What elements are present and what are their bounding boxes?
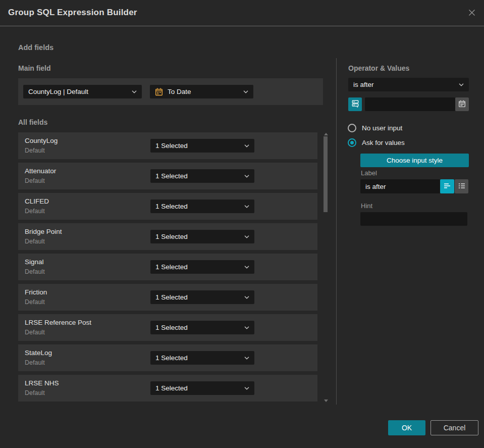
field-subtitle: Default [25, 177, 45, 184]
choose-input-style-button[interactable]: Choose input style [360, 154, 469, 167]
field-subtitle: Default [25, 298, 45, 306]
calendar-icon [155, 88, 163, 96]
field-selected-dropdown[interactable]: 1 Selected [150, 169, 254, 183]
main-field-container: CountyLog | Default To Date [18, 78, 323, 105]
field-row: Signal Default 1 Selected [18, 254, 317, 280]
field-subtitle: Default [25, 389, 45, 396]
operator-dropdown-value: is after [353, 81, 456, 88]
field-selected-value: 1 Selected [155, 354, 241, 362]
label-field-label: Label [361, 169, 377, 177]
field-subtitle: Default [25, 268, 45, 275]
date-field-dropdown[interactable]: To Date [150, 85, 253, 98]
radio-ask-for-values[interactable]: Ask for values [348, 138, 405, 147]
chevron-down-icon [244, 326, 249, 329]
field-selected-value: 1 Selected [155, 172, 241, 180]
chevron-down-icon [244, 235, 249, 238]
add-fields-heading: Add fields [18, 43, 53, 52]
chevron-down-icon [243, 90, 248, 93]
chevron-down-icon [244, 296, 249, 299]
field-selected-dropdown[interactable]: 1 Selected [150, 139, 254, 153]
hint-input[interactable] [360, 212, 467, 226]
align-left-icon [443, 182, 451, 191]
field-name: CountyLog [25, 137, 58, 144]
field-subtitle: Default [25, 147, 45, 154]
chevron-down-icon [132, 90, 137, 93]
field-selected-value: 1 Selected [155, 384, 241, 392]
scroll-down-icon[interactable] [324, 400, 328, 402]
panel-divider [336, 58, 337, 405]
field-name: LRSE Reference Post [25, 319, 91, 326]
label-input[interactable] [360, 179, 440, 193]
field-selected-value: 1 Selected [155, 203, 241, 210]
close-icon [467, 8, 477, 20]
chevron-down-icon [244, 205, 249, 208]
list-input-style-button[interactable] [455, 179, 468, 193]
field-name: Attenuator [25, 167, 56, 175]
field-name: LRSE NHS [25, 379, 59, 387]
chevron-down-icon [244, 387, 249, 390]
main-field-heading: Main field [18, 64, 51, 72]
chevron-down-icon [244, 144, 249, 147]
radio-no-user-input[interactable]: No user input [348, 124, 402, 132]
dialog-titlebar: Group SQL Expression Builder [0, 0, 484, 26]
field-selected-dropdown[interactable]: 1 Selected [150, 321, 254, 334]
main-field-dropdown-value: CountyLog | Default [28, 88, 129, 95]
field-selected-value: 1 Selected [155, 293, 241, 301]
field-subtitle: Default [25, 359, 45, 366]
field-selected-dropdown[interactable]: 1 Selected [150, 351, 254, 365]
all-fields-list: CountyLog Default 1 Selected Attenuator … [18, 132, 317, 405]
all-fields-heading: All fields [18, 118, 47, 126]
value-input[interactable] [365, 97, 455, 111]
fields-list-scrollbar[interactable] [323, 132, 329, 404]
field-row: LRSE Reference Post Default 1 Selected [18, 314, 317, 341]
field-selected-value: 1 Selected [155, 142, 241, 150]
radio-selected-icon [348, 138, 356, 147]
operator-values-heading: Operator & Values [348, 64, 409, 72]
field-row: Friction Default 1 Selected [18, 284, 317, 311]
hint-field-label: Hint [361, 202, 372, 210]
field-name: Bridge Point [25, 228, 62, 235]
field-selected-dropdown[interactable]: 1 Selected [150, 260, 254, 274]
bulleted-list-icon [458, 182, 466, 191]
operator-dropdown[interactable]: is after [348, 78, 469, 91]
radio-unselected-icon [348, 124, 356, 132]
field-row: CLIFED Default 1 Selected [18, 193, 317, 220]
single-input-style-button[interactable] [440, 179, 454, 193]
field-selected-dropdown[interactable]: 1 Selected [150, 290, 254, 304]
field-name: Friction [25, 288, 47, 296]
field-row: LRSE NHS Default 1 Selected [18, 375, 317, 402]
chevron-down-icon [244, 175, 249, 178]
dialog-title: Group SQL Expression Builder [8, 8, 137, 18]
chevron-down-icon [459, 83, 464, 86]
field-subtitle: Default [25, 238, 45, 245]
value-list-icon [351, 99, 359, 109]
pick-values-button[interactable] [348, 97, 362, 111]
field-selected-dropdown[interactable]: 1 Selected [150, 381, 254, 395]
field-row: StateLog Default 1 Selected [18, 344, 317, 371]
main-field-dropdown[interactable]: CountyLog | Default [23, 85, 142, 98]
field-subtitle: Default [25, 329, 45, 336]
chevron-down-icon [244, 357, 249, 360]
field-subtitle: Default [25, 208, 45, 215]
scroll-up-icon[interactable] [324, 133, 328, 135]
group-sql-expression-builder-dialog: Group SQL Expression Builder Add fields … [0, 0, 484, 448]
field-selected-dropdown[interactable]: 1 Selected [150, 230, 254, 243]
field-name: Signal [25, 258, 44, 266]
close-button[interactable] [466, 8, 477, 19]
field-row: Attenuator Default 1 Selected [18, 163, 317, 189]
radio-ask-for-values-label: Ask for values [362, 139, 405, 146]
ok-button[interactable]: OK [388, 420, 425, 435]
cancel-button[interactable]: Cancel [431, 420, 478, 435]
field-name: StateLog [25, 349, 52, 357]
value-calendar-button[interactable] [455, 97, 469, 111]
field-row: CountyLog Default 1 Selected [18, 132, 317, 159]
field-name: CLIFED [25, 197, 49, 205]
chevron-down-icon [244, 266, 249, 269]
radio-no-user-input-label: No user input [362, 124, 402, 132]
field-selected-value: 1 Selected [155, 263, 241, 271]
field-selected-value: 1 Selected [155, 233, 241, 240]
calendar-icon [458, 100, 466, 109]
field-row: Bridge Point Default 1 Selected [18, 223, 317, 250]
scrollbar-thumb[interactable] [324, 136, 328, 212]
field-selected-dropdown[interactable]: 1 Selected [150, 200, 254, 213]
